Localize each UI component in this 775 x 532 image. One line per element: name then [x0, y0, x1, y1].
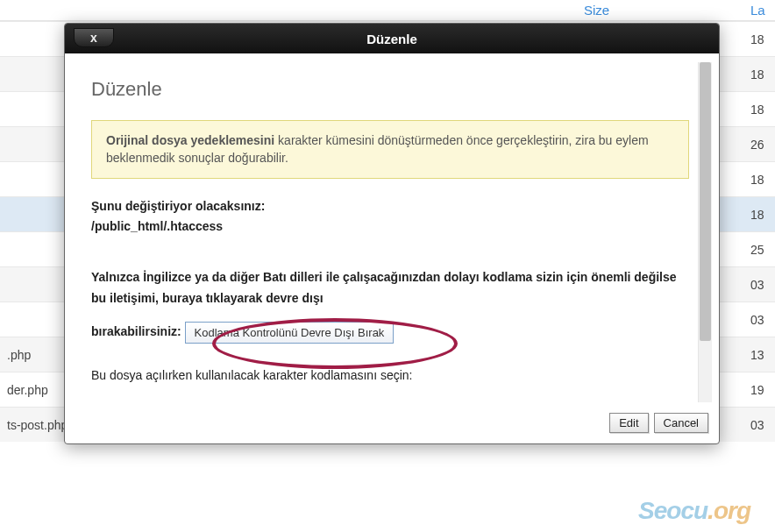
- file-lastmod: 03: [750, 313, 775, 327]
- file-name: ts-post.php: [0, 418, 68, 432]
- file-lastmod: 18: [750, 32, 775, 46]
- scrollbar-thumb[interactable]: [700, 62, 711, 341]
- table-header: Size La: [0, 0, 775, 21]
- disable-encoding-text-b: bırakabilirsiniz:: [91, 324, 181, 338]
- file-lastmod: 03: [750, 278, 775, 292]
- disable-encoding-check-button[interactable]: Kodlama Kontrolünü Devre Dışı Bırak: [185, 322, 395, 344]
- dialog-titlebar[interactable]: x Düzenle: [65, 24, 719, 53]
- file-lastmod: 19: [750, 383, 775, 397]
- disable-encoding-text-a: Yalnızca İngilizce ya da diğer Batı dill…: [91, 270, 677, 305]
- content-scrollbar[interactable]: [698, 62, 712, 402]
- dialog-title: Düzenle: [366, 32, 417, 46]
- col-header-lastmod[interactable]: La: [750, 3, 775, 18]
- watermark-logo: Seocu.org: [638, 497, 750, 525]
- backup-warning: Orijinal dosya yedeklemesini karakter kü…: [91, 120, 689, 179]
- edit-dialog: x Düzenle Düzenle Orijinal dosya yedekle…: [64, 23, 720, 444]
- file-name: der.php: [0, 383, 48, 397]
- edit-button[interactable]: Edit: [609, 413, 648, 433]
- changing-label: Şunu değiştiriyor olacaksınız:: [91, 199, 265, 213]
- content-heading: Düzenle: [91, 78, 689, 101]
- col-header-size[interactable]: Size: [584, 3, 750, 18]
- file-lastmod: 18: [750, 103, 775, 117]
- select-encoding-label: Bu dosya açılırken kullanılacak karakter…: [91, 368, 689, 382]
- close-icon: x: [90, 32, 97, 44]
- file-lastmod: 18: [750, 173, 775, 187]
- file-lastmod: 26: [750, 138, 775, 152]
- file-lastmod: 18: [750, 67, 775, 82]
- file-lastmod: 25: [750, 243, 775, 257]
- file-name: .php: [0, 348, 31, 362]
- file-lastmod: 18: [750, 208, 775, 222]
- cancel-button[interactable]: Cancel: [654, 413, 708, 433]
- dialog-close-button[interactable]: x: [74, 28, 114, 47]
- file-lastmod: 13: [750, 348, 775, 362]
- file-lastmod: 03: [750, 418, 775, 432]
- dialog-content: Düzenle Orijinal dosya yedeklemesini kar…: [91, 62, 698, 402]
- file-path: /public_html/.htaccess: [91, 219, 223, 233]
- dialog-footer: Edit Cancel: [65, 413, 719, 443]
